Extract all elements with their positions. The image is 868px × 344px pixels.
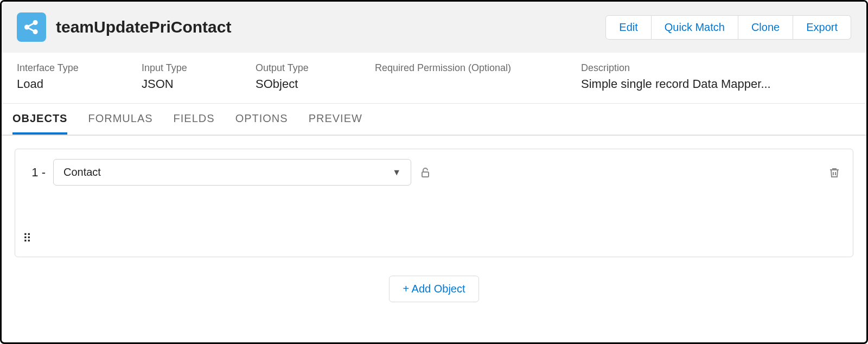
edit-button[interactable]: Edit — [605, 15, 651, 40]
meta-label: Output Type — [256, 62, 369, 74]
svg-point-1 — [34, 21, 37, 24]
tab-formulas[interactable]: FORMULAS — [88, 104, 152, 135]
clone-button[interactable]: Clone — [738, 15, 793, 40]
svg-line-3 — [28, 23, 34, 27]
header-left: teamUpdatePriContact — [17, 12, 231, 42]
meta-output-type: Output Type SObject — [256, 62, 369, 91]
metadata-row: Interface Type Load Input Type JSON Outp… — [2, 53, 866, 104]
add-object-wrap: + Add Object — [15, 276, 853, 302]
object-card: 1 - Contact ▼ ⠿ — [15, 149, 853, 257]
export-button[interactable]: Export — [793, 15, 851, 40]
svg-line-4 — [28, 28, 34, 31]
tab-objects[interactable]: OBJECTS — [12, 104, 67, 135]
meta-label: Interface Type — [17, 62, 136, 74]
meta-label: Input Type — [142, 62, 250, 74]
meta-value: Simple single record Data Mapper... — [581, 77, 851, 91]
add-object-button[interactable]: + Add Object — [389, 276, 478, 302]
meta-label: Description — [581, 62, 851, 74]
tab-bar: OBJECTS FORMULAS FIELDS OPTIONS PREVIEW — [2, 104, 866, 136]
tab-fields[interactable]: FIELDS — [174, 104, 215, 135]
svg-point-2 — [34, 30, 37, 33]
trash-icon[interactable] — [828, 166, 841, 179]
meta-value: Load — [17, 77, 136, 91]
header-actions: Edit Quick Match Clone Export — [605, 15, 851, 40]
quick-match-button[interactable]: Quick Match — [652, 15, 738, 40]
chevron-down-icon: ▼ — [392, 168, 401, 177]
meta-description: Description Simple single record Data Ma… — [581, 62, 851, 91]
page-header: teamUpdatePriContact Edit Quick Match Cl… — [2, 2, 866, 53]
object-row: 1 - Contact ▼ — [27, 159, 841, 186]
tab-preview[interactable]: PREVIEW — [309, 104, 362, 135]
meta-interface-type: Interface Type Load — [17, 62, 136, 91]
lock-icon[interactable] — [419, 166, 432, 179]
svg-rect-5 — [422, 172, 429, 177]
meta-required-permission: Required Permission (Optional) — [375, 62, 576, 91]
objects-panel: 1 - Contact ▼ ⠿ — [2, 136, 866, 315]
drag-handle-icon[interactable]: ⠿ — [23, 236, 33, 241]
object-index: 1 - — [27, 165, 46, 180]
page-title: teamUpdatePriContact — [56, 18, 231, 36]
meta-value: JSON — [142, 77, 250, 91]
meta-label: Required Permission (Optional) — [375, 62, 576, 74]
object-select-value: Contact — [63, 166, 101, 179]
tab-options[interactable]: OPTIONS — [235, 104, 288, 135]
object-select[interactable]: Contact ▼ — [53, 159, 411, 186]
share-nodes-icon — [17, 12, 46, 42]
meta-value: SObject — [256, 77, 369, 91]
meta-input-type: Input Type JSON — [142, 62, 250, 91]
